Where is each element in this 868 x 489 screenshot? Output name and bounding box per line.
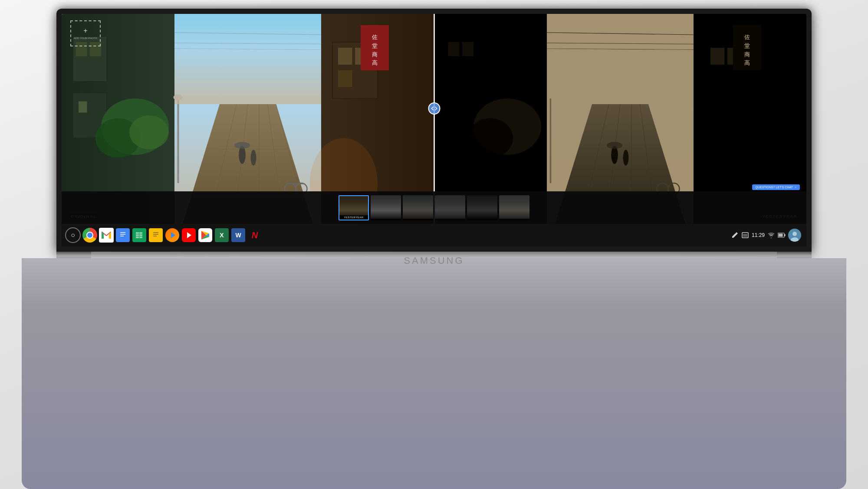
taskbar-left: ○ — [62, 227, 731, 243]
filter-label-yesteryear: Yesteryear — [339, 215, 368, 220]
filter-thumb-4[interactable] — [435, 195, 465, 220]
add-photo-label: ADD YOUR PHOTO — [74, 37, 97, 40]
svg-point-74 — [607, 142, 622, 149]
filter-thumb-5[interactable] — [467, 195, 497, 220]
svg-text:商: 商 — [744, 51, 750, 58]
filter-thumb-3[interactable] — [403, 195, 433, 220]
svg-rect-77 — [550, 98, 552, 183]
netflix-app-icon[interactable]: N — [247, 228, 262, 243]
samsung-logo: SAMSUNG — [404, 255, 464, 266]
svg-text:佐: 佐 — [744, 34, 750, 41]
svg-rect-85 — [139, 232, 142, 234]
svg-rect-95 — [743, 234, 747, 237]
svg-rect-91 — [153, 232, 158, 233]
svg-rect-93 — [153, 236, 157, 236]
filter-label-2 — [371, 219, 401, 220]
svg-rect-19 — [338, 70, 352, 87]
sheets-app-icon[interactable] — [132, 228, 147, 243]
svg-rect-97 — [785, 234, 786, 236]
filter-thumb-6[interactable] — [499, 195, 529, 220]
keyboard-base: esc — [22, 258, 846, 489]
play-store-icon[interactable] — [198, 228, 213, 243]
chat-widget-text: QUESTIONS? LET'S CHAT — [756, 186, 793, 189]
chat-close-button[interactable]: × — [795, 186, 796, 189]
svg-rect-92 — [153, 234, 158, 235]
docs-app-icon[interactable] — [115, 228, 130, 243]
svg-rect-11 — [79, 102, 87, 113]
svg-point-37 — [234, 142, 250, 149]
svg-rect-79 — [119, 230, 126, 240]
svg-rect-60 — [710, 48, 725, 65]
svg-point-73 — [623, 150, 629, 165]
filter-label-5 — [467, 219, 497, 220]
svg-text:高: 高 — [744, 59, 750, 66]
window-status-icon[interactable] — [741, 231, 749, 239]
pencil-status-icon[interactable] — [731, 231, 739, 239]
svg-rect-53 — [448, 42, 460, 56]
svg-rect-54 — [462, 42, 473, 56]
taskbar-right: 11:29 — [731, 229, 806, 242]
svg-text:堂: 堂 — [744, 43, 750, 49]
filters-strip: Yesteryear — [62, 191, 806, 224]
svg-rect-17 — [338, 48, 352, 65]
svg-rect-90 — [151, 230, 160, 240]
svg-rect-44 — [174, 14, 321, 104]
netflix-n-icon: N — [252, 230, 258, 240]
filter-label-6 — [499, 219, 529, 220]
gmail-app-icon[interactable] — [99, 228, 114, 243]
filter-label-4 — [435, 219, 465, 220]
screen-bezel: + ADD YOUR PHOTO — [56, 9, 812, 252]
chrome-app-icon[interactable] — [82, 228, 97, 243]
screen: + ADD YOUR PHOTO — [62, 14, 806, 246]
split-handle[interactable] — [428, 102, 440, 115]
taskbar-time: 11:29 — [752, 232, 765, 238]
user-avatar[interactable] — [788, 229, 801, 242]
keep-app-icon[interactable] — [148, 228, 163, 243]
svg-rect-86 — [136, 234, 139, 236]
svg-rect-82 — [120, 236, 124, 236]
svg-text:高: 高 — [372, 59, 378, 66]
svg-rect-98 — [779, 234, 783, 237]
svg-point-100 — [792, 232, 797, 236]
svg-text:商: 商 — [372, 51, 378, 58]
chat-widget[interactable]: QUESTIONS? LET'S CHAT × — [752, 184, 800, 190]
svg-rect-80 — [120, 232, 125, 233]
svg-text:佐: 佐 — [372, 34, 378, 41]
youtube-app-icon[interactable] — [181, 228, 196, 243]
svg-point-36 — [251, 150, 256, 165]
svg-rect-84 — [136, 232, 139, 234]
svg-rect-81 — [120, 234, 125, 235]
word-app-icon[interactable]: W — [231, 228, 246, 243]
svg-rect-88 — [136, 236, 139, 238]
add-photo-plus-icon: + — [83, 26, 87, 36]
excel-app-icon[interactable]: X — [214, 228, 229, 243]
svg-rect-41 — [178, 98, 179, 183]
svg-point-14 — [129, 115, 169, 149]
wifi-status-icon[interactable] — [767, 231, 775, 239]
svg-rect-87 — [139, 234, 142, 236]
filter-thumb-yesteryear[interactable]: Yesteryear — [339, 195, 369, 220]
filter-label-3 — [403, 219, 433, 220]
taskbar: ○ — [62, 224, 806, 246]
svg-rect-89 — [139, 236, 142, 238]
laptop-body: + ADD YOUR PHOTO — [22, 9, 846, 489]
play-movies-icon[interactable] — [165, 228, 180, 243]
launcher-button[interactable]: ○ — [65, 227, 81, 243]
svg-text:堂: 堂 — [372, 43, 378, 49]
svg-point-57 — [468, 118, 513, 158]
photo-app: + ADD YOUR PHOTO — [62, 14, 806, 224]
filter-thumb-2[interactable] — [371, 195, 401, 220]
add-photo-button[interactable]: + ADD YOUR PHOTO — [70, 20, 101, 46]
battery-status-icon[interactable] — [778, 231, 786, 239]
